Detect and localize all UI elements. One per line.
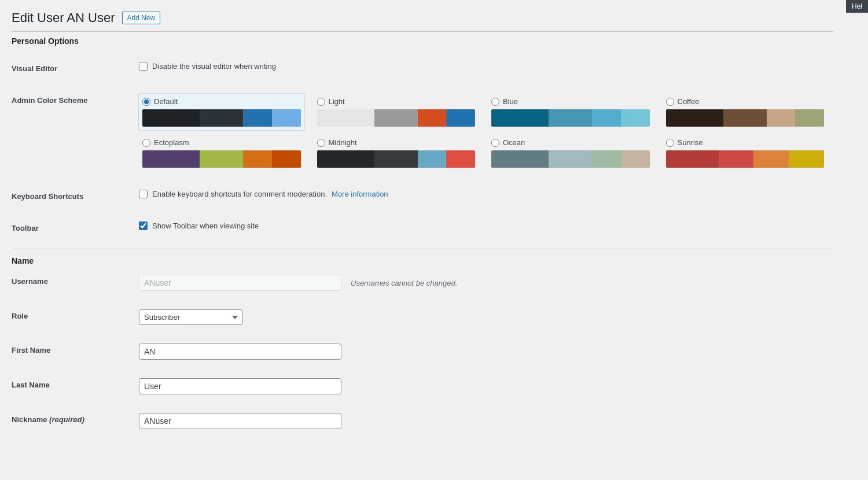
color-scheme-ocean-name: Ocean	[503, 138, 525, 147]
visual-editor-label: Visual Editor	[12, 64, 57, 73]
username-input	[139, 275, 341, 291]
color-scheme-default[interactable]: Default	[139, 94, 304, 130]
color-scheme-midnight[interactable]: Midnight	[314, 135, 479, 171]
toolbar-checkbox-text: Show Toolbar when viewing site	[152, 221, 259, 230]
name-section-title: Name	[12, 249, 833, 265]
keyboard-shortcuts-content: Enable keyboard shortcuts for comment mo…	[139, 190, 827, 198]
color-scheme-midnight-bar	[317, 150, 476, 168]
toolbar-checkbox-label[interactable]: Show Toolbar when viewing site	[139, 221, 827, 230]
color-scheme-coffee[interactable]: Coffee	[663, 94, 828, 130]
color-scheme-sunrise-bar	[666, 150, 825, 168]
admin-color-scheme-row: Admin Color Scheme Default	[12, 84, 833, 180]
role-label: Role	[12, 312, 28, 320]
first-name-row: First Name	[12, 334, 833, 369]
last-name-row: Last Name	[12, 369, 833, 404]
page-header: Edit User AN User Add New	[0, 0, 868, 31]
color-scheme-default-radio[interactable]	[142, 98, 150, 106]
add-new-button[interactable]: Add New	[122, 12, 161, 24]
color-scheme-default-name: Default	[154, 97, 178, 106]
visual-editor-checkbox-label[interactable]: Disable the visual editor when writing	[139, 62, 827, 71]
color-scheme-ocean-bar	[491, 150, 650, 168]
nickname-label: Nickname (required)	[12, 415, 84, 424]
color-scheme-ectoplasm-label-row: Ectoplasm	[142, 138, 301, 147]
keyboard-shortcuts-checkbox-text: Enable keyboard shortcuts for comment mo…	[152, 190, 327, 198]
visual-editor-checkbox-text: Disable the visual editor when writing	[152, 62, 276, 71]
color-scheme-default-label-row: Default	[142, 97, 301, 106]
keyboard-shortcuts-label: Keyboard Shortcuts	[12, 192, 83, 201]
visual-editor-row: Visual Editor Disable the visual editor …	[12, 53, 833, 84]
color-scheme-blue-label-row: Blue	[491, 97, 650, 106]
username-row: Username Usernames cannot be changed.	[12, 265, 833, 300]
nickname-required: (required)	[49, 415, 84, 424]
color-scheme-ocean-label-row: Ocean	[491, 138, 650, 147]
color-scheme-coffee-bar	[666, 109, 825, 127]
color-scheme-light-bar	[317, 109, 476, 127]
username-note: Usernames cannot be changed.	[351, 279, 457, 287]
color-scheme-light-label-row: Light	[317, 97, 476, 106]
color-scheme-ectoplasm-bar	[142, 150, 301, 168]
color-scheme-coffee-label-row: Coffee	[666, 97, 825, 106]
color-scheme-ectoplasm-name: Ectoplasm	[154, 138, 189, 147]
keyboard-shortcuts-more-info-link[interactable]: More information	[332, 190, 388, 198]
last-name-label: Last Name	[12, 381, 50, 389]
role-select[interactable]: Subscriber Contributor Author Editor Adm…	[139, 309, 243, 325]
personal-options-table: Visual Editor Disable the visual editor …	[12, 53, 833, 244]
keyboard-shortcuts-row: Keyboard Shortcuts Enable keyboard short…	[12, 180, 833, 212]
color-scheme-sunrise-label-row: Sunrise	[666, 138, 825, 147]
color-scheme-blue[interactable]: Blue	[488, 94, 653, 130]
toolbar-label: Toolbar	[12, 224, 39, 232]
color-scheme-ectoplasm-radio[interactable]	[142, 139, 150, 147]
visual-editor-checkbox[interactable]	[139, 62, 148, 71]
color-scheme-blue-name: Blue	[503, 97, 518, 106]
nickname-input[interactable]	[139, 413, 341, 429]
color-scheme-default-bar	[142, 109, 301, 127]
color-scheme-midnight-radio[interactable]	[317, 139, 325, 147]
page-title: Edit User AN User	[12, 10, 115, 25]
color-scheme-sunrise[interactable]: Sunrise	[663, 135, 828, 171]
username-content: Usernames cannot be changed.	[139, 275, 827, 291]
toolbar-row: Toolbar Show Toolbar when viewing site	[12, 212, 833, 244]
color-scheme-midnight-label-row: Midnight	[317, 138, 476, 147]
last-name-input[interactable]	[139, 378, 341, 394]
first-name-label: First Name	[12, 346, 50, 355]
nickname-row: Nickname (required)	[12, 404, 833, 438]
color-scheme-midnight-name: Midnight	[329, 138, 357, 147]
toolbar-checkbox[interactable]	[139, 221, 148, 230]
color-scheme-ocean-radio[interactable]	[491, 139, 499, 147]
keyboard-shortcuts-checkbox-label[interactable]: Enable keyboard shortcuts for comment mo…	[139, 190, 327, 198]
username-label: Username	[12, 277, 48, 286]
color-scheme-light-name: Light	[329, 97, 345, 106]
personal-options-title: Personal Options	[12, 31, 833, 53]
color-scheme-ocean[interactable]: Ocean	[488, 135, 653, 171]
color-scheme-blue-bar	[491, 109, 650, 127]
color-scheme-light-radio[interactable]	[317, 98, 325, 106]
color-scheme-light[interactable]: Light	[314, 94, 479, 130]
color-scheme-sunrise-radio[interactable]	[666, 139, 674, 147]
color-scheme-ectoplasm[interactable]: Ectoplasm	[139, 135, 304, 171]
role-row: Role Subscriber Contributor Author Edito…	[12, 300, 833, 334]
first-name-input[interactable]	[139, 344, 341, 360]
color-scheme-coffee-name: Coffee	[678, 97, 700, 106]
main-content: Personal Options Visual Editor Disable t…	[0, 31, 845, 461]
color-schemes-grid: Default Light	[139, 94, 827, 171]
admin-color-scheme-label: Admin Color Scheme	[12, 96, 87, 105]
color-scheme-sunrise-name: Sunrise	[678, 138, 703, 147]
color-scheme-blue-radio[interactable]	[491, 98, 499, 106]
keyboard-shortcuts-checkbox[interactable]	[139, 190, 148, 198]
name-section-table: Username Usernames cannot be changed. Ro…	[12, 265, 833, 438]
color-scheme-coffee-radio[interactable]	[666, 98, 674, 106]
help-button[interactable]: Hel	[846, 0, 868, 13]
